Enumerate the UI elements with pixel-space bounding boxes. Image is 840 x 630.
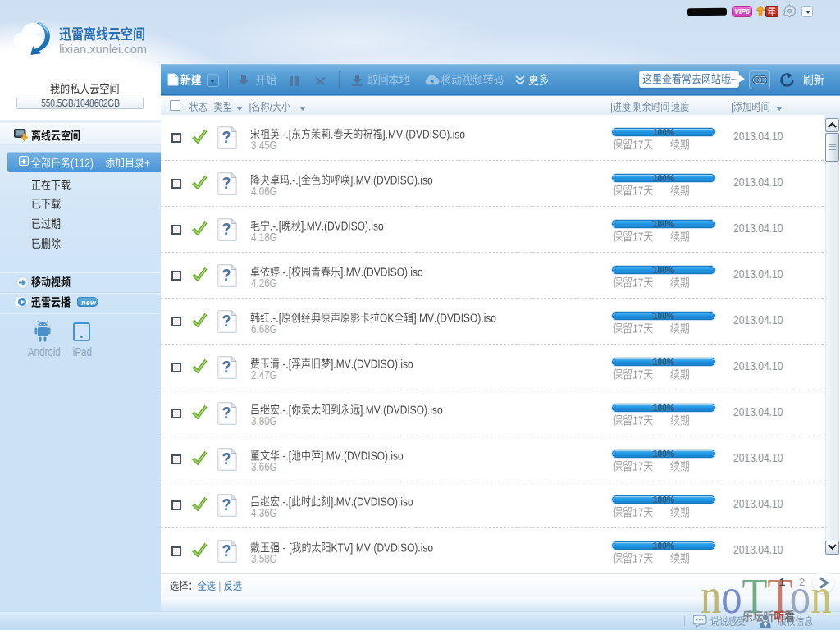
svg-text:?: ? [222,495,231,514]
svg-text:?: ? [222,220,231,238]
svg-text:?: ? [222,174,231,192]
svg-text:?: ? [222,358,231,376]
svg-text:?: ? [222,404,231,422]
svg-text:?: ? [222,450,231,468]
svg-text:?: ? [222,541,231,559]
svg-text:?: ? [222,312,231,330]
svg-text:?: ? [222,128,231,146]
svg-text:?: ? [222,266,231,284]
